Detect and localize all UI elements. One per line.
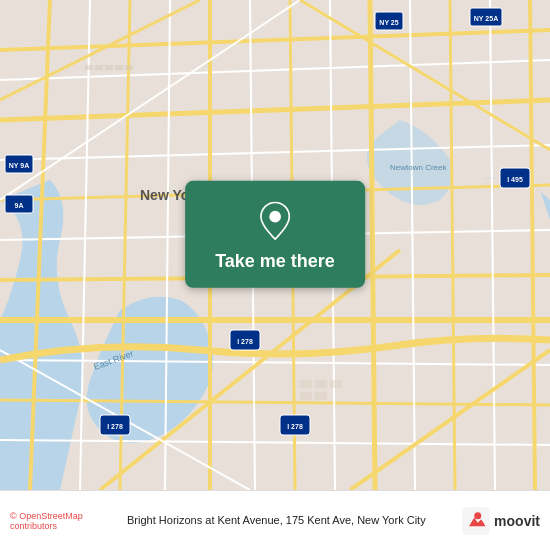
svg-rect-56 <box>315 380 327 388</box>
take-me-there-button[interactable]: Take me there <box>185 181 365 288</box>
svg-text:NY 9A: NY 9A <box>9 162 30 169</box>
svg-point-61 <box>269 211 281 223</box>
moovit-icon <box>462 507 490 535</box>
moovit-text: moovit <box>494 513 540 529</box>
svg-rect-59 <box>315 392 327 400</box>
svg-text:I 278: I 278 <box>107 423 123 430</box>
svg-text:NY 25A: NY 25A <box>474 15 498 22</box>
map-container: I 278 I 278 I 278 NY 25 NY 25A NY 9A 9A … <box>0 0 550 490</box>
svg-text:I 278: I 278 <box>287 423 303 430</box>
svg-rect-52 <box>105 65 113 70</box>
svg-rect-54 <box>125 65 133 70</box>
svg-rect-53 <box>115 65 123 70</box>
svg-point-63 <box>474 512 481 519</box>
osm-attribution: © OpenStreetMap contributors <box>10 511 119 531</box>
svg-rect-58 <box>300 392 312 400</box>
osm-link[interactable]: © OpenStreetMap contributors <box>10 511 83 531</box>
svg-rect-55 <box>300 380 312 388</box>
svg-text:9A: 9A <box>15 202 24 209</box>
address-text: Bright Horizons at Kent Avenue, 175 Kent… <box>127 513 454 528</box>
svg-text:I 495: I 495 <box>507 176 523 183</box>
svg-text:NY 25: NY 25 <box>379 19 398 26</box>
svg-rect-50 <box>85 65 93 70</box>
svg-rect-51 <box>95 65 103 70</box>
svg-rect-57 <box>330 380 342 388</box>
moovit-logo: moovit <box>462 507 540 535</box>
bottom-bar: © OpenStreetMap contributors Bright Hori… <box>0 490 550 550</box>
svg-text:I 278: I 278 <box>237 338 253 345</box>
location-pin-icon <box>255 201 295 241</box>
svg-text:Newtown Creek: Newtown Creek <box>390 163 447 172</box>
take-me-there-label: Take me there <box>215 251 335 272</box>
